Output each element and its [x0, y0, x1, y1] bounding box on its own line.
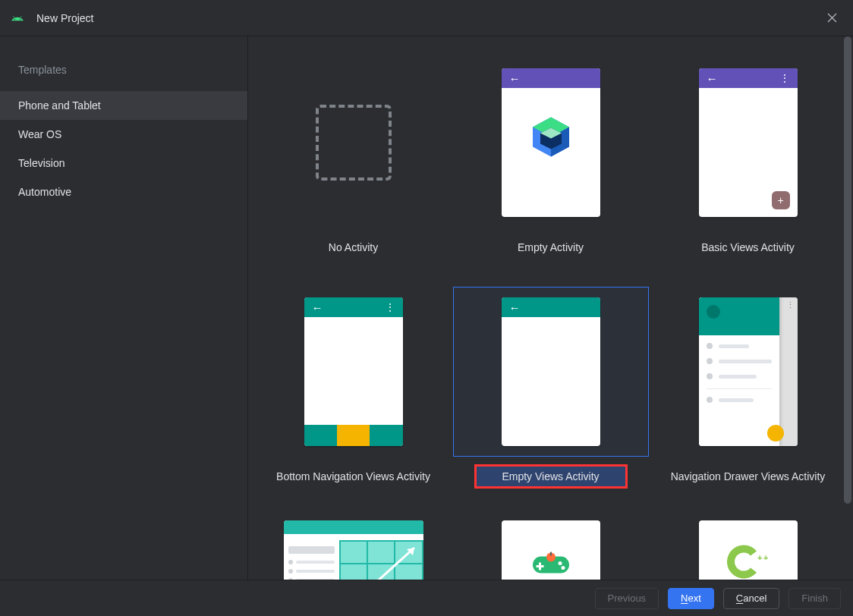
fab-icon: + [772, 191, 790, 209]
previous-button: Previous [595, 588, 659, 609]
template-label: Empty Activity [455, 237, 647, 258]
back-arrow-icon: ← [509, 301, 521, 314]
template-label: Empty Views Activity [476, 466, 626, 487]
scrollbar[interactable] [844, 36, 851, 580]
svg-text:+: + [757, 553, 762, 562]
svg-rect-9 [536, 565, 543, 567]
thumbnail [316, 105, 392, 181]
gamepad-icon [530, 549, 572, 580]
next-button[interactable]: Next [668, 588, 714, 609]
bottom-nav-icon [304, 425, 403, 446]
template-nav-drawer[interactable]: ⋮ Navigation Drawer Views Activity [650, 284, 847, 490]
template-basic-views[interactable]: ←⋮ + Basic Views Activity [650, 55, 847, 261]
android-icon [11, 12, 24, 24]
sidebar-item-phone-tablet[interactable]: Phone and Tablet [0, 91, 247, 120]
window-title: New Project [36, 12, 93, 24]
template-native-cpp[interactable]: + + [650, 513, 847, 580]
compose-logo-icon [531, 116, 571, 161]
sidebar-item-television[interactable]: Television [0, 149, 247, 178]
sidebar-item-automotive[interactable]: Automotive [0, 178, 247, 206]
template-game[interactable] [452, 513, 650, 580]
back-arrow-icon: ← [509, 72, 521, 85]
cancel-button[interactable]: Cancel [723, 588, 779, 609]
close-icon[interactable] [821, 8, 842, 29]
expand-arrow-icon [345, 543, 420, 580]
template-gallery: No Activity ← Empty [248, 36, 853, 580]
svg-text:+: + [763, 553, 768, 562]
fab-icon [767, 425, 784, 442]
template-responsive[interactable] [255, 513, 452, 580]
template-no-activity[interactable]: No Activity [255, 55, 452, 261]
thumbnail [502, 520, 600, 580]
template-empty-views[interactable]: ← Empty Views Activity [452, 284, 650, 490]
svg-point-10 [558, 561, 562, 565]
thumbnail: ← [502, 297, 600, 446]
sidebar-heading: Templates [0, 55, 247, 91]
thumbnail: ← [502, 68, 600, 217]
svg-rect-13 [550, 552, 552, 556]
sidebar: Templates Phone and Tablet Wear OS Telev… [0, 36, 248, 580]
thumbnail: ←⋮ + [699, 68, 798, 217]
svg-line-5 [351, 548, 414, 580]
title-bar: New Project [0, 0, 853, 36]
template-label: Basic Views Activity [653, 237, 844, 258]
template-bottom-nav[interactable]: ←⋮ Bottom Navigation Views Activity [255, 284, 452, 490]
overflow-menu-icon: ⋮ [779, 73, 790, 83]
wizard-footer: Previous Next Cancel Finish [0, 580, 853, 616]
thumbnail [284, 520, 423, 580]
thumbnail: + + [699, 520, 798, 580]
template-empty-activity[interactable]: ← Empty Activity [452, 55, 650, 261]
back-arrow-icon: ← [707, 72, 718, 85]
cpp-logo-icon: + + [724, 542, 773, 580]
template-label: Bottom Navigation Views Activity [258, 466, 449, 487]
overflow-menu-icon: ⋮ [385, 302, 395, 313]
template-label: No Activity [258, 237, 449, 258]
sidebar-item-wear-os[interactable]: Wear OS [0, 120, 247, 149]
thumbnail: ⋮ [699, 297, 798, 446]
back-arrow-icon: ← [312, 301, 323, 314]
thumbnail: ←⋮ [304, 297, 403, 446]
template-label: Navigation Drawer Views Activity [653, 466, 844, 487]
finish-button: Finish [788, 588, 841, 609]
svg-point-11 [561, 566, 565, 570]
overflow-menu-icon: ⋮ [786, 300, 795, 310]
